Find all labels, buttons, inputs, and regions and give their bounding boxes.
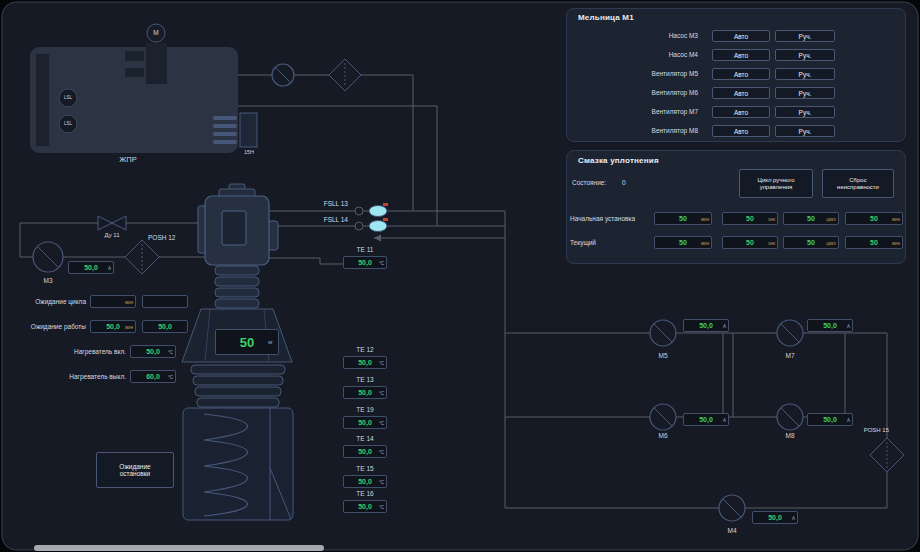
current-setpoint-4[interactable]: 50 мин xyxy=(845,236,903,249)
te15-field: 50,0 °C xyxy=(343,475,387,488)
fan-m8-label: М8 xyxy=(777,432,803,439)
motor-m-label: M xyxy=(148,29,164,36)
m8-auto-button[interactable]: Авто xyxy=(712,125,770,137)
current-setpoint-1[interactable]: 50 мин xyxy=(654,236,712,249)
fsll13-node xyxy=(355,207,363,215)
m8-manual-button[interactable]: Руч. xyxy=(775,125,835,137)
te13-unit: °C xyxy=(379,390,384,395)
m3-auto-button[interactable]: Авто xyxy=(712,30,770,42)
m5-current-unit: A xyxy=(723,323,726,328)
current-3-value: 50 xyxy=(807,239,815,246)
current-4-unit: мин xyxy=(892,240,900,245)
fsll14-label: FSLL 14 xyxy=(300,216,348,224)
initial-2-unit: сек xyxy=(768,216,775,221)
row-label-m4: Насос М4 xyxy=(578,49,698,61)
heater-on-label: Нагреватель вкл. xyxy=(38,345,126,358)
m5-auto-button[interactable]: Авто xyxy=(712,68,770,80)
wait-run-field1[interactable]: 50,0 мин xyxy=(90,320,136,333)
te13-value: 50,0 xyxy=(358,389,372,396)
current-setpoint-label: Текущий xyxy=(570,236,596,249)
current-setpoint-2[interactable]: 50 сек xyxy=(722,236,778,249)
wait-run-field2[interactable]: 50,0 xyxy=(142,320,188,333)
wait-run-unit1: мин xyxy=(125,324,133,329)
lsl-bottom-label: LSL xyxy=(58,121,78,126)
bottom-edge-bar xyxy=(34,545,324,551)
te13-label: TE 13 xyxy=(343,376,387,383)
m7-auto-button[interactable]: Авто xyxy=(712,106,770,118)
m4-current-unit: A xyxy=(792,515,795,520)
m8-current-unit: A xyxy=(847,417,850,422)
initial-setpoint-label: Начальная установка xyxy=(570,212,635,225)
initial-setpoint-1[interactable]: 50 мин xyxy=(654,212,712,225)
current-setpoint-3[interactable]: 50 цикл xyxy=(783,236,839,249)
pump-m4-current: 50,0 A xyxy=(752,511,798,524)
fsll13-indicator[interactable] xyxy=(369,206,387,217)
m3-manual-button[interactable]: Руч. xyxy=(775,30,835,42)
m4-auto-button[interactable]: Авто xyxy=(712,49,770,61)
heater-off-field[interactable]: 60,0 °C xyxy=(130,370,176,383)
wait-stop-button[interactable]: Ожидание остановки xyxy=(96,452,174,488)
m4-manual-button[interactable]: Руч. xyxy=(775,49,835,61)
te11-label: TE 11 xyxy=(343,246,387,253)
manual-cycle-button[interactable]: Цикл ручного управления xyxy=(739,169,813,198)
initial-setpoint-3[interactable]: 50 цикл xyxy=(783,212,839,225)
fan-m5-label: М5 xyxy=(650,352,676,359)
heater-off-label: Нагреватель выкл. xyxy=(38,370,126,383)
te15-value: 50,0 xyxy=(358,478,372,485)
fault-reset-button[interactable]: Сброс неисправности xyxy=(822,169,894,198)
fan-m6-label: М6 xyxy=(650,432,676,439)
wait-cycle-unit1: мин xyxy=(125,299,133,304)
fan-m8-current: 50,0 A xyxy=(807,413,853,426)
row-label-m7: Вентилятор М7 xyxy=(578,106,698,118)
row-label-m8: Вентилятор М8 xyxy=(578,125,698,137)
initial-setpoint-4[interactable]: 50 мин xyxy=(845,212,903,225)
heater-off-unit: °C xyxy=(168,374,173,379)
initial-1-value: 50 xyxy=(679,215,687,222)
heater-on-field[interactable]: 50,0 °C xyxy=(130,345,176,358)
current-2-unit: сек xyxy=(768,240,775,245)
state-label: Состояние: xyxy=(572,176,606,189)
m5-manual-button[interactable]: Руч. xyxy=(775,68,835,80)
lsl-top-label: LSL xyxy=(58,95,78,100)
m6-current-value: 50,0 xyxy=(699,416,713,423)
pump-m3-current: 50,0 A xyxy=(68,261,114,274)
mill-weight-value: 50 xyxy=(240,335,254,350)
heater-off-value: 60,0 xyxy=(146,373,160,380)
fan-m7-current: 50,0 A xyxy=(807,319,853,332)
wait-stop-line1: Ожидание xyxy=(119,463,150,470)
fsll14-node xyxy=(355,222,363,230)
fan-m6-current: 50,0 A xyxy=(683,413,729,426)
manual-cycle-line1: Цикл ручного xyxy=(757,177,794,184)
m6-manual-button[interactable]: Руч. xyxy=(775,87,835,99)
lubrication-title: Смазка уплотнения xyxy=(578,156,659,165)
te16-label: TE 16 xyxy=(343,490,387,497)
row-label-m3: Насос М3 xyxy=(578,30,698,42)
mill-weight-unit: кг xyxy=(268,339,273,345)
m6-auto-button[interactable]: Авто xyxy=(712,87,770,99)
m7-current-value: 50,0 xyxy=(823,322,837,329)
m7-manual-button[interactable]: Руч. xyxy=(775,106,835,118)
heater-tag: 15Н xyxy=(238,149,260,155)
mill-weight-display: 50 кг xyxy=(215,329,279,355)
te16-value: 50,0 xyxy=(358,503,372,510)
m4-current-value: 50,0 xyxy=(768,514,782,521)
m5-current-value: 50,0 xyxy=(699,322,713,329)
manual-cycle-line2: управления xyxy=(760,184,793,191)
current-3-unit: цикл xyxy=(826,240,836,245)
row-label-m6: Вентилятор М6 xyxy=(578,87,698,99)
initial-4-unit: мин xyxy=(892,216,900,221)
wait-cycle-field2[interactable] xyxy=(142,295,188,308)
initial-3-value: 50 xyxy=(807,215,815,222)
te11-field: 50,0 °C xyxy=(343,256,387,269)
wait-run-value1: 50,0 xyxy=(106,323,120,330)
wait-run-label: Ожидание работы xyxy=(8,320,86,333)
wait-cycle-field1[interactable]: мин xyxy=(90,295,136,308)
fault-reset-line1: Сброс xyxy=(849,177,866,184)
valve-du11-label: Ду 11 xyxy=(95,232,129,238)
m3-current-value: 50,0 xyxy=(84,264,98,271)
heater-on-unit: °C xyxy=(168,349,173,354)
te19-label: TE 19 xyxy=(343,406,387,413)
current-4-value: 50 xyxy=(870,239,878,246)
initial-setpoint-2[interactable]: 50 сек xyxy=(722,212,778,225)
fsll14-indicator[interactable] xyxy=(369,221,387,232)
